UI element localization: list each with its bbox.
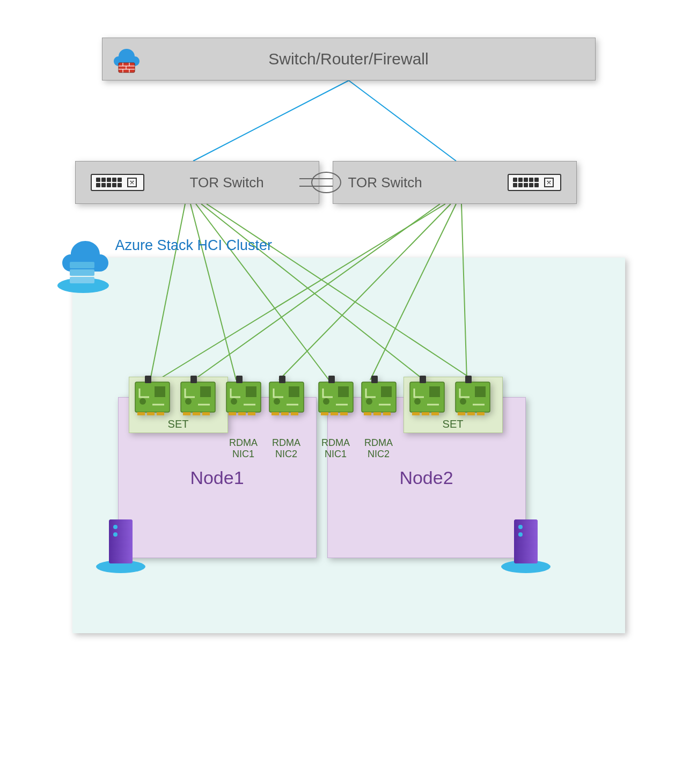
svg-line-8	[158, 204, 445, 380]
rdma-label: RDMANIC2	[267, 437, 306, 459]
nic-icon	[408, 376, 446, 416]
svg-line-6	[207, 204, 473, 380]
tor-right-label: TOR Switch	[348, 174, 422, 191]
tor-left-label: TOR Switch	[190, 174, 264, 191]
nic-icon	[453, 376, 492, 416]
svg-line-1	[349, 80, 456, 161]
nic-icon	[359, 376, 398, 416]
switch-icon: ⤧	[91, 174, 144, 191]
cloud-firewall-icon	[113, 45, 140, 75]
svg-rect-22	[70, 269, 94, 276]
azure-stack-icon	[54, 236, 113, 295]
svg-line-10	[370, 204, 456, 380]
nic-icon	[133, 376, 172, 416]
server-icon	[94, 515, 148, 574]
svg-line-3	[190, 204, 236, 380]
nic-icon	[179, 376, 217, 416]
tor-row: ⤧ TOR Switch TOR Switch ⤧	[75, 161, 622, 204]
diagram-canvas: Switch/Router/Firewall ⤧ TOR Switch TOR …	[64, 38, 633, 671]
svg-line-2	[150, 204, 185, 380]
svg-rect-23	[70, 277, 94, 283]
cluster-title: Azure Stack HCI Cluster	[115, 237, 273, 254]
lag-ellipse	[311, 172, 341, 193]
svg-line-4	[196, 204, 329, 380]
tor-switch-right: TOR Switch ⤧	[333, 161, 577, 204]
svg-line-5	[201, 204, 424, 380]
top-bar-label: Switch/Router/Firewall	[268, 50, 428, 68]
svg-line-9	[279, 204, 451, 380]
svg-rect-21	[70, 262, 94, 268]
svg-line-0	[193, 80, 349, 161]
rdma-label: RDMANIC1	[224, 437, 263, 459]
server-icon	[499, 515, 553, 574]
set1-label: SET	[168, 418, 189, 430]
connection-lines	[64, 38, 633, 671]
rdma-label: RDMANIC2	[359, 437, 398, 459]
set2-label: SET	[443, 418, 464, 430]
nic-icon	[317, 376, 355, 416]
svg-line-11	[461, 204, 467, 380]
switch-icon: ⤧	[508, 174, 561, 191]
nic-icon	[267, 376, 306, 416]
rdma-label: RDMANIC1	[317, 437, 355, 459]
nic-icon	[224, 376, 263, 416]
svg-rect-12	[119, 63, 135, 72]
switch-router-firewall: Switch/Router/Firewall	[102, 38, 596, 80]
tor-switch-left: ⤧ TOR Switch	[75, 161, 319, 204]
svg-line-7	[194, 204, 440, 380]
